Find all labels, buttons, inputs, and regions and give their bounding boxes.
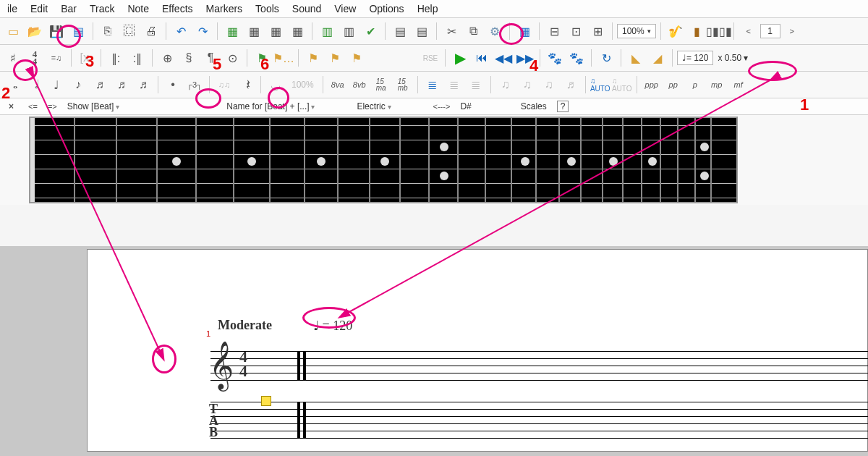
beam4-icon[interactable]: ♬ [561,75,581,95]
key-signature-icon[interactable]: ♯ [3,48,23,68]
dyn-mf-icon[interactable]: mf [728,75,749,95]
ottava-down-icon[interactable]: 8vb [349,75,370,95]
menu-bar-item[interactable]: Bar [61,3,77,14]
sixtyfourth-note-icon[interactable]: ♬ [133,75,153,95]
half-note-icon[interactable]: 𝅗𝅥 [25,75,45,95]
duration-percent[interactable]: 100% [287,80,318,90]
speed-combo[interactable]: x 0.50 ▾ [715,51,751,64]
menu-edit[interactable]: Edit [30,3,48,14]
triplet-feel-icon[interactable]: =♫ [46,48,67,68]
menu-help[interactable]: Help [417,3,438,14]
auto-beam2-icon[interactable]: ♫AUTO [612,75,632,95]
menu-file[interactable]: ile [7,3,17,14]
whole-note-icon[interactable]: 𝅝 [3,75,23,95]
bar-add-icon[interactable]: ▥ [317,21,337,41]
marker-add-icon[interactable]: ⚑ [252,48,272,68]
template-icon[interactable]: ▤ [68,21,88,41]
sixteenth-note-icon[interactable]: ♬ [90,75,110,95]
cut-icon[interactable]: ✂ [441,21,461,41]
track-add-icon[interactable]: ▦ [222,21,242,41]
menu-effects[interactable]: Effects [162,3,193,14]
first-icon[interactable]: ⏮ [472,48,492,68]
print-icon[interactable]: 🖨 [141,21,161,41]
dyn-pp-icon[interactable]: pp [663,75,684,95]
score-page[interactable]: Moderate ♩ = 120 1 𝄞 44 T A [87,249,868,452]
play-icon[interactable]: ▶ [450,48,470,68]
new-icon[interactable]: ▭ [3,21,23,41]
undo-icon[interactable]: ↶ [171,21,191,41]
dyn-p-icon[interactable]: p [685,75,705,95]
text-icon[interactable]: [x. [76,48,96,68]
tempo-field[interactable]: ♩= 120 [677,51,713,65]
ottava-up-icon[interactable]: 8va [328,75,348,95]
marker-list-icon[interactable]: ⚑… [273,48,294,68]
segno-icon[interactable]: § [179,48,199,68]
electric-combo[interactable]: Electric [357,101,391,111]
name-beat-combo[interactable]: Name for [Beat] + [...] [226,101,315,111]
rest-icon[interactable]: 𝄽 [236,75,256,95]
tuplet-icon[interactable]: ┌3┐ [184,75,205,95]
loop-icon[interactable]: ↻ [596,48,616,68]
eighth-note-icon[interactable]: ♪ [68,75,88,95]
quindicesima-up-icon[interactable]: 15ma [371,75,391,95]
menu-track[interactable]: Track [90,3,114,14]
align-left-icon[interactable]: ≣ [422,75,443,95]
paw2-icon[interactable]: 🐾 [566,48,587,68]
score-props-icon[interactable]: ▤ [412,21,432,41]
layout3-icon[interactable]: ⊞ [587,21,608,41]
save-icon[interactable]: 💾 [46,21,67,41]
open-icon[interactable]: 📂 [25,21,45,41]
track-props-icon[interactable]: ▦ [265,21,286,41]
zoom-combo[interactable]: 100%▾ [617,24,656,38]
pitch-icon[interactable]: 🎷 [665,21,686,41]
bar-insert-icon[interactable]: ▥ [339,21,359,41]
beam3-icon[interactable]: ♫ [539,75,559,95]
coda-icon[interactable]: ⊕ [157,48,177,68]
thirtysecond-note-icon[interactable]: ♬ [111,75,132,95]
metronome-icon[interactable]: ▮ [687,21,707,41]
track-remove-icon[interactable]: ▦ [244,21,264,41]
da-capo-icon[interactable]: ⊙ [222,48,242,68]
menu-options[interactable]: Options [369,3,404,14]
close-icon[interactable]: × [9,101,14,111]
quarter-note-icon[interactable]: ♩ [46,75,67,95]
time-signature-icon[interactable]: 44 [25,48,45,68]
dyn-mp-icon[interactable]: mp [707,75,727,95]
table-icon[interactable]: ▦ [514,21,535,41]
page-prev-icon[interactable]: < [739,21,759,41]
track-clone-icon[interactable]: ▦ [287,21,307,41]
section-icon[interactable]: ¶ [200,48,221,68]
marker-prev-icon[interactable]: ⚑ [303,48,323,68]
menu-view[interactable]: View [334,3,356,14]
copy-icon[interactable]: ⧉ [463,21,483,41]
layout2-icon[interactable]: ⊡ [566,21,586,41]
next-bar-icon[interactable]: ▶▶ [515,48,535,68]
gear-icon[interactable]: ⚙ [485,21,505,41]
menu-note[interactable]: Note [127,3,149,14]
tie-icon[interactable]: ♫♫ [214,75,234,95]
marker-first-icon[interactable]: ⚑ [325,48,345,68]
auto-beam-icon[interactable]: ♫AUTO [590,75,610,95]
page-number[interactable]: 1 [760,24,780,38]
dotted-icon[interactable]: • [163,75,183,95]
triangle1-icon[interactable]: ◣ [626,48,646,68]
align-right-icon[interactable]: ≣ [466,75,486,95]
dyn-ppp-icon[interactable]: ppp [642,75,662,95]
beam2-icon[interactable]: ♫ [517,75,537,95]
menu-tools[interactable]: Tools [255,3,279,14]
show-beat-combo[interactable]: Show [Beat] [67,101,120,111]
quindicesima-down-icon[interactable]: 15mb [393,75,413,95]
keyboard-icon[interactable]: ▯▮▯▮ [709,21,729,41]
key-label[interactable]: D# [460,101,471,111]
nav-next[interactable]: => [48,102,57,111]
prev-bar-icon[interactable]: ◀◀ [493,48,514,68]
paw1-icon[interactable]: 🐾 [545,48,565,68]
cursor-box[interactable] [261,396,271,406]
repeat-close-icon[interactable]: :‖ [127,48,148,68]
help-icon[interactable]: ? [557,101,569,112]
rse-icon[interactable]: RSE [420,48,441,68]
bar-check-icon[interactable]: ✔ [360,21,380,41]
triangle2-icon[interactable]: ◢ [647,48,668,68]
marker-next-icon[interactable]: ⚑ [346,48,367,68]
fermata-icon[interactable]: ◡ [265,75,286,95]
